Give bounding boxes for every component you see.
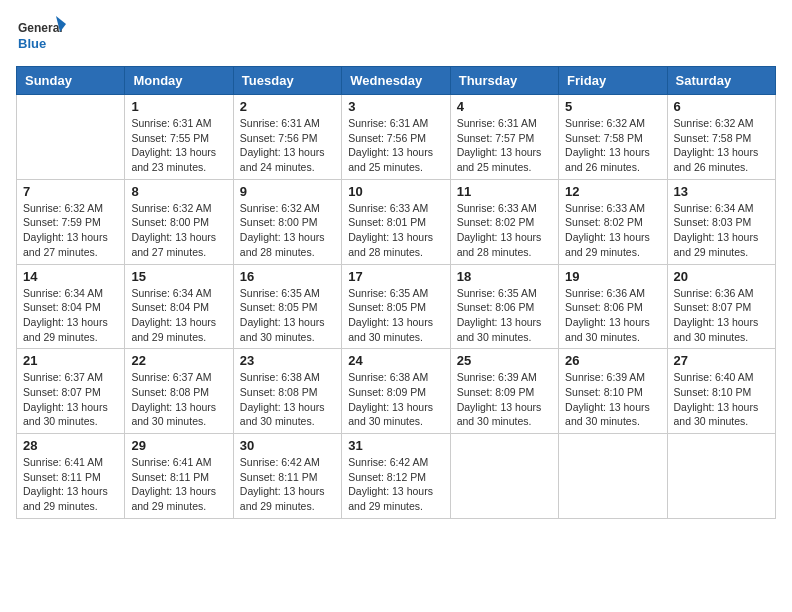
day-header-friday: Friday (559, 67, 667, 95)
day-cell (667, 434, 775, 519)
day-number: 17 (348, 269, 443, 284)
day-cell: 14Sunrise: 6:34 AM Sunset: 8:04 PM Dayli… (17, 264, 125, 349)
day-number: 18 (457, 269, 552, 284)
svg-text:General: General (18, 21, 63, 35)
day-cell: 18Sunrise: 6:35 AM Sunset: 8:06 PM Dayli… (450, 264, 558, 349)
svg-text:Blue: Blue (18, 36, 46, 51)
day-info: Sunrise: 6:38 AM Sunset: 8:09 PM Dayligh… (348, 370, 443, 429)
day-number: 26 (565, 353, 660, 368)
day-info: Sunrise: 6:31 AM Sunset: 7:55 PM Dayligh… (131, 116, 226, 175)
day-cell: 26Sunrise: 6:39 AM Sunset: 8:10 PM Dayli… (559, 349, 667, 434)
day-number: 15 (131, 269, 226, 284)
day-number: 21 (23, 353, 118, 368)
day-number: 13 (674, 184, 769, 199)
day-number: 5 (565, 99, 660, 114)
day-cell: 15Sunrise: 6:34 AM Sunset: 8:04 PM Dayli… (125, 264, 233, 349)
day-number: 27 (674, 353, 769, 368)
day-info: Sunrise: 6:42 AM Sunset: 8:12 PM Dayligh… (348, 455, 443, 514)
day-cell: 27Sunrise: 6:40 AM Sunset: 8:10 PM Dayli… (667, 349, 775, 434)
day-info: Sunrise: 6:34 AM Sunset: 8:04 PM Dayligh… (131, 286, 226, 345)
day-info: Sunrise: 6:36 AM Sunset: 8:07 PM Dayligh… (674, 286, 769, 345)
day-number: 11 (457, 184, 552, 199)
day-cell: 6Sunrise: 6:32 AM Sunset: 7:58 PM Daylig… (667, 95, 775, 180)
day-number: 8 (131, 184, 226, 199)
calendar-table: SundayMondayTuesdayWednesdayThursdayFrid… (16, 66, 776, 519)
day-info: Sunrise: 6:41 AM Sunset: 8:11 PM Dayligh… (131, 455, 226, 514)
day-info: Sunrise: 6:37 AM Sunset: 8:07 PM Dayligh… (23, 370, 118, 429)
day-number: 28 (23, 438, 118, 453)
day-cell: 2Sunrise: 6:31 AM Sunset: 7:56 PM Daylig… (233, 95, 341, 180)
day-info: Sunrise: 6:31 AM Sunset: 7:56 PM Dayligh… (348, 116, 443, 175)
day-cell: 25Sunrise: 6:39 AM Sunset: 8:09 PM Dayli… (450, 349, 558, 434)
day-cell: 5Sunrise: 6:32 AM Sunset: 7:58 PM Daylig… (559, 95, 667, 180)
day-info: Sunrise: 6:33 AM Sunset: 8:02 PM Dayligh… (565, 201, 660, 260)
day-info: Sunrise: 6:31 AM Sunset: 7:56 PM Dayligh… (240, 116, 335, 175)
day-cell: 11Sunrise: 6:33 AM Sunset: 8:02 PM Dayli… (450, 179, 558, 264)
day-cell: 24Sunrise: 6:38 AM Sunset: 8:09 PM Dayli… (342, 349, 450, 434)
day-number: 2 (240, 99, 335, 114)
day-cell (450, 434, 558, 519)
day-info: Sunrise: 6:32 AM Sunset: 7:59 PM Dayligh… (23, 201, 118, 260)
week-row-2: 7Sunrise: 6:32 AM Sunset: 7:59 PM Daylig… (17, 179, 776, 264)
day-number: 14 (23, 269, 118, 284)
day-cell: 4Sunrise: 6:31 AM Sunset: 7:57 PM Daylig… (450, 95, 558, 180)
day-number: 1 (131, 99, 226, 114)
day-cell: 29Sunrise: 6:41 AM Sunset: 8:11 PM Dayli… (125, 434, 233, 519)
day-number: 16 (240, 269, 335, 284)
day-number: 29 (131, 438, 226, 453)
day-cell: 10Sunrise: 6:33 AM Sunset: 8:01 PM Dayli… (342, 179, 450, 264)
day-cell: 16Sunrise: 6:35 AM Sunset: 8:05 PM Dayli… (233, 264, 341, 349)
day-header-saturday: Saturday (667, 67, 775, 95)
day-cell: 28Sunrise: 6:41 AM Sunset: 8:11 PM Dayli… (17, 434, 125, 519)
day-cell: 23Sunrise: 6:38 AM Sunset: 8:08 PM Dayli… (233, 349, 341, 434)
day-number: 23 (240, 353, 335, 368)
day-cell: 8Sunrise: 6:32 AM Sunset: 8:00 PM Daylig… (125, 179, 233, 264)
day-cell: 21Sunrise: 6:37 AM Sunset: 8:07 PM Dayli… (17, 349, 125, 434)
day-info: Sunrise: 6:39 AM Sunset: 8:09 PM Dayligh… (457, 370, 552, 429)
header: General Blue (16, 16, 776, 56)
day-cell: 30Sunrise: 6:42 AM Sunset: 8:11 PM Dayli… (233, 434, 341, 519)
day-info: Sunrise: 6:31 AM Sunset: 7:57 PM Dayligh… (457, 116, 552, 175)
day-number: 10 (348, 184, 443, 199)
day-cell: 17Sunrise: 6:35 AM Sunset: 8:05 PM Dayli… (342, 264, 450, 349)
day-number: 4 (457, 99, 552, 114)
day-header-monday: Monday (125, 67, 233, 95)
day-number: 6 (674, 99, 769, 114)
day-info: Sunrise: 6:35 AM Sunset: 8:05 PM Dayligh… (240, 286, 335, 345)
day-cell: 7Sunrise: 6:32 AM Sunset: 7:59 PM Daylig… (17, 179, 125, 264)
day-info: Sunrise: 6:37 AM Sunset: 8:08 PM Dayligh… (131, 370, 226, 429)
logo: General Blue (16, 16, 66, 56)
day-number: 12 (565, 184, 660, 199)
day-info: Sunrise: 6:42 AM Sunset: 8:11 PM Dayligh… (240, 455, 335, 514)
day-info: Sunrise: 6:33 AM Sunset: 8:02 PM Dayligh… (457, 201, 552, 260)
day-info: Sunrise: 6:32 AM Sunset: 8:00 PM Dayligh… (240, 201, 335, 260)
day-cell: 20Sunrise: 6:36 AM Sunset: 8:07 PM Dayli… (667, 264, 775, 349)
day-cell: 3Sunrise: 6:31 AM Sunset: 7:56 PM Daylig… (342, 95, 450, 180)
days-header-row: SundayMondayTuesdayWednesdayThursdayFrid… (17, 67, 776, 95)
week-row-4: 21Sunrise: 6:37 AM Sunset: 8:07 PM Dayli… (17, 349, 776, 434)
week-row-5: 28Sunrise: 6:41 AM Sunset: 8:11 PM Dayli… (17, 434, 776, 519)
day-number: 3 (348, 99, 443, 114)
day-cell (559, 434, 667, 519)
day-info: Sunrise: 6:32 AM Sunset: 8:00 PM Dayligh… (131, 201, 226, 260)
day-info: Sunrise: 6:32 AM Sunset: 7:58 PM Dayligh… (565, 116, 660, 175)
day-cell: 31Sunrise: 6:42 AM Sunset: 8:12 PM Dayli… (342, 434, 450, 519)
day-cell: 9Sunrise: 6:32 AM Sunset: 8:00 PM Daylig… (233, 179, 341, 264)
day-info: Sunrise: 6:36 AM Sunset: 8:06 PM Dayligh… (565, 286, 660, 345)
day-cell: 22Sunrise: 6:37 AM Sunset: 8:08 PM Dayli… (125, 349, 233, 434)
week-row-1: 1Sunrise: 6:31 AM Sunset: 7:55 PM Daylig… (17, 95, 776, 180)
day-number: 19 (565, 269, 660, 284)
day-number: 31 (348, 438, 443, 453)
day-header-thursday: Thursday (450, 67, 558, 95)
day-cell: 19Sunrise: 6:36 AM Sunset: 8:06 PM Dayli… (559, 264, 667, 349)
day-info: Sunrise: 6:34 AM Sunset: 8:04 PM Dayligh… (23, 286, 118, 345)
day-header-wednesday: Wednesday (342, 67, 450, 95)
day-info: Sunrise: 6:34 AM Sunset: 8:03 PM Dayligh… (674, 201, 769, 260)
day-header-tuesday: Tuesday (233, 67, 341, 95)
day-info: Sunrise: 6:35 AM Sunset: 8:05 PM Dayligh… (348, 286, 443, 345)
day-number: 22 (131, 353, 226, 368)
day-info: Sunrise: 6:32 AM Sunset: 7:58 PM Dayligh… (674, 116, 769, 175)
day-number: 30 (240, 438, 335, 453)
day-number: 25 (457, 353, 552, 368)
day-info: Sunrise: 6:39 AM Sunset: 8:10 PM Dayligh… (565, 370, 660, 429)
